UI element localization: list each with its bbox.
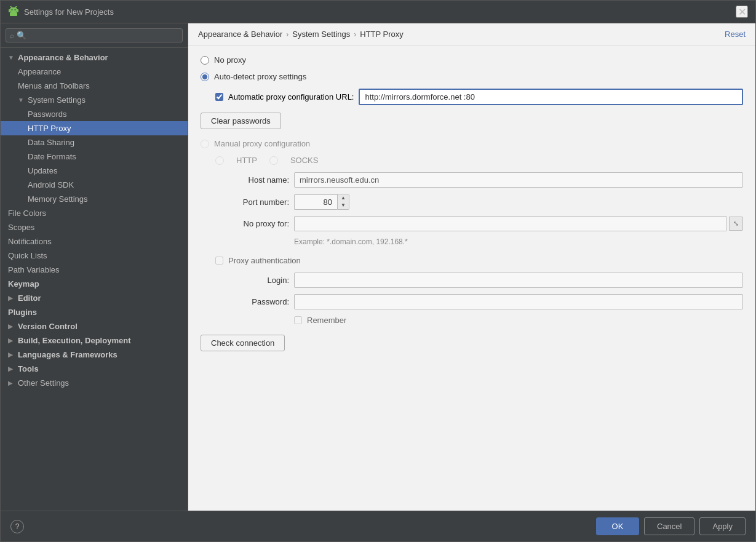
svg-rect-1: [9, 9, 10, 12]
sidebar-item-file-colors[interactable]: File Colors ⊞: [1, 206, 188, 220]
sidebar-item-http-proxy[interactable]: HTTP Proxy: [1, 121, 188, 135]
ok-button[interactable]: OK: [596, 517, 639, 535]
apply-button[interactable]: Apply: [699, 517, 746, 535]
login-input[interactable]: [294, 273, 743, 288]
sidebar-item-editor[interactable]: ▶ Editor: [1, 291, 188, 305]
sidebar-item-menus-toolbars[interactable]: Menus and Toolbars: [1, 79, 188, 93]
no-proxy-wrap: ⤡: [294, 216, 743, 231]
sidebar-item-path-variables[interactable]: Path Variables: [1, 263, 188, 277]
proxy-auth-checkbox[interactable]: [215, 257, 223, 265]
host-name-input[interactable]: [294, 172, 743, 188]
sidebar-item-keymap[interactable]: Keymap: [1, 277, 188, 291]
sidebar-item-label: File Colors: [8, 209, 177, 218]
port-spinner: ▲ ▼: [337, 194, 349, 210]
no-proxy-radio[interactable]: [201, 56, 209, 65]
sidebar-item-updates[interactable]: Updates: [1, 164, 188, 178]
content-area: ⌕ ▼ Appearance & Behavior Appearance Men…: [1, 23, 755, 511]
password-label: Password:: [215, 297, 289, 306]
settings-dialog: Settings for New Projects ✕ ⌕ ▼ Appearan…: [0, 0, 756, 542]
sidebar-item-system-settings[interactable]: ▼ System Settings: [1, 93, 188, 107]
manual-proxy-label[interactable]: Manual proxy configuration: [214, 139, 310, 148]
socks-label[interactable]: SOCKS: [290, 156, 319, 165]
sidebar-item-label: Quick Lists: [8, 251, 183, 260]
chevron-down-icon: ▼: [8, 54, 17, 61]
sidebar-item-other-settings[interactable]: ▶ Other Settings ⊞: [1, 376, 188, 390]
proxy-auth-row: Proxy authentication: [215, 256, 743, 265]
sidebar-item-passwords[interactable]: Passwords: [1, 107, 188, 121]
sidebar-item-quick-lists[interactable]: Quick Lists: [1, 249, 188, 263]
sidebar-item-label: Scopes: [8, 223, 177, 232]
auto-config-url-input[interactable]: [359, 89, 743, 105]
auto-config-checkbox-label[interactable]: Automatic proxy configuration URL:: [228, 92, 354, 102]
auto-detect-label[interactable]: Auto-detect proxy settings: [214, 72, 306, 81]
sidebar-item-label: Memory Settings: [28, 194, 183, 204]
sidebar-item-data-sharing[interactable]: Data Sharing: [1, 135, 188, 149]
sidebar-item-build-execution[interactable]: ▶ Build, Execution, Deployment: [1, 333, 188, 348]
remember-checkbox[interactable]: [294, 316, 302, 324]
sidebar-item-date-formats[interactable]: Date Formats: [1, 149, 188, 164]
login-row: Login:: [215, 273, 743, 288]
sidebar-item-label: Appearance & Behavior: [18, 53, 183, 62]
sidebar-item-label: Build, Execution, Deployment: [18, 336, 183, 345]
breadcrumb-part-3: HTTP Proxy: [360, 30, 404, 39]
footer-right: OK Cancel Apply: [596, 517, 746, 535]
auto-config-row: Automatic proxy configuration URL:: [215, 89, 743, 105]
close-button[interactable]: ✕: [736, 6, 748, 18]
expand-button[interactable]: ⤡: [729, 217, 743, 231]
port-wrap: ▲ ▼: [294, 194, 349, 210]
host-name-row: Host name:: [215, 172, 743, 188]
check-connection-button[interactable]: Check connection: [201, 335, 285, 351]
sidebar-item-appearance[interactable]: Appearance: [1, 65, 188, 79]
sidebar-item-scopes[interactable]: Scopes ⊞: [1, 220, 188, 234]
chevron-right-icon: ▶: [8, 337, 17, 344]
help-button[interactable]: ?: [10, 520, 24, 533]
auto-config-checkbox[interactable]: [215, 93, 223, 101]
footer: ? OK Cancel Apply: [1, 511, 755, 541]
auto-detect-row: Auto-detect proxy settings: [201, 72, 743, 81]
cancel-button[interactable]: Cancel: [644, 517, 694, 535]
sidebar-item-label: Path Variables: [8, 265, 183, 274]
sidebar-item-languages-frameworks[interactable]: ▶ Languages & Frameworks: [1, 348, 188, 362]
no-proxy-label[interactable]: No proxy: [214, 55, 246, 65]
sidebar-item-label: Data Sharing: [28, 138, 183, 147]
http-label[interactable]: HTTP: [236, 156, 257, 165]
proxy-auth-label[interactable]: Proxy authentication: [228, 256, 301, 265]
sidebar-item-label: Tools: [18, 364, 183, 373]
breadcrumb: Appearance & Behavior › System Settings …: [198, 30, 404, 39]
main-panel: Appearance & Behavior › System Settings …: [188, 23, 755, 511]
no-proxy-for-input[interactable]: [294, 216, 726, 231]
sidebar-item-version-control[interactable]: ▶ Version Control ⊞: [1, 319, 188, 333]
sidebar: ⌕ ▼ Appearance & Behavior Appearance Men…: [1, 23, 188, 511]
sidebar-item-notifications[interactable]: Notifications: [1, 234, 188, 249]
svg-rect-3: [10, 12, 17, 16]
sidebar-item-android-sdk[interactable]: Android SDK: [1, 178, 188, 192]
manual-proxy-row: Manual proxy configuration: [201, 139, 743, 148]
sidebar-item-label: Plugins: [8, 308, 183, 317]
no-proxy-row: No proxy: [201, 55, 743, 65]
sidebar-item-label: Menus and Toolbars: [18, 81, 183, 90]
reset-button[interactable]: Reset: [725, 30, 746, 39]
sidebar-item-label: Android SDK: [28, 180, 183, 189]
sidebar-item-appearance-behavior[interactable]: ▼ Appearance & Behavior: [1, 50, 188, 65]
port-increment-button[interactable]: ▲: [338, 194, 349, 202]
android-icon: [8, 6, 19, 17]
sidebar-item-label: Editor: [18, 293, 183, 303]
breadcrumb-part-2: System Settings: [292, 30, 350, 39]
sidebar-item-plugins[interactable]: Plugins: [1, 305, 188, 319]
auto-detect-radio[interactable]: [201, 73, 209, 81]
socks-radio[interactable]: [269, 156, 278, 165]
port-decrement-button[interactable]: ▼: [338, 202, 349, 209]
port-number-input[interactable]: [294, 194, 337, 210]
sidebar-item-label: Date Formats: [28, 152, 183, 161]
sidebar-item-memory-settings[interactable]: Memory Settings: [1, 192, 188, 206]
http-radio[interactable]: [215, 156, 224, 165]
search-input[interactable]: [17, 31, 178, 40]
no-proxy-for-row: No proxy for: ⤡: [215, 216, 743, 231]
search-icon: ⌕: [10, 31, 14, 40]
sidebar-item-label: Other Settings: [18, 378, 177, 388]
remember-label[interactable]: Remember: [307, 316, 346, 325]
sidebar-item-tools[interactable]: ▶ Tools: [1, 362, 188, 376]
password-input[interactable]: [294, 294, 743, 309]
clear-passwords-button[interactable]: Clear passwords: [201, 113, 281, 129]
manual-proxy-radio[interactable]: [201, 140, 209, 148]
